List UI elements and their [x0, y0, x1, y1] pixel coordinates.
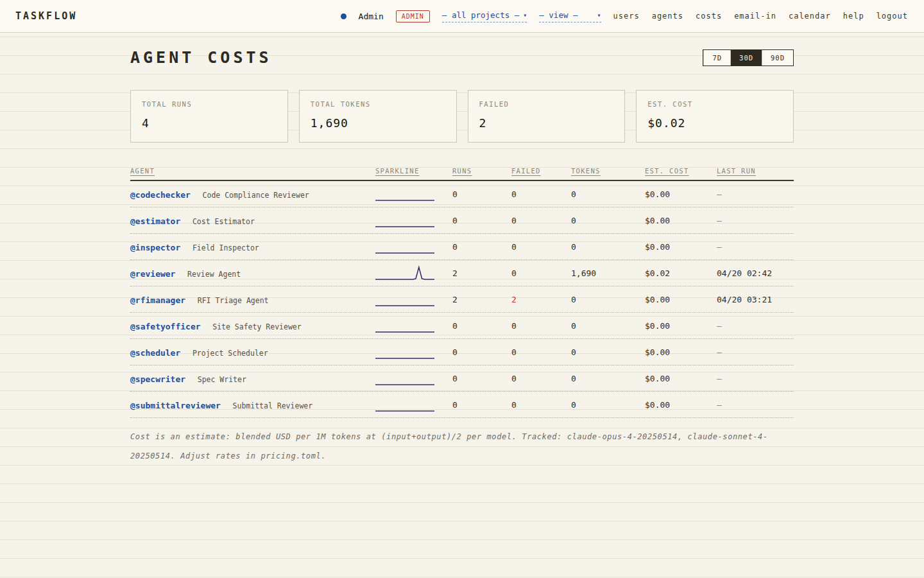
failed-value: 0 [511, 347, 571, 357]
agent-description: Review Agent [187, 270, 241, 279]
agent-cell: @submittalreviewer Submittal Reviewer [130, 399, 375, 411]
user-name: Admin [359, 12, 384, 21]
last-run-value: — [717, 347, 794, 357]
range-button-90d[interactable]: 90D [762, 50, 793, 66]
stat-label: TOTAL TOKENS [311, 100, 445, 108]
admin-role-badge: ADMIN [396, 10, 430, 22]
sparkline-chart [375, 212, 452, 229]
last-run-value: — [717, 216, 794, 225]
agent-description: Project Scheduler [193, 349, 268, 358]
tokens-value: 0 [571, 189, 645, 199]
chevron-down-icon: ▾ [597, 12, 601, 19]
range-button-7d[interactable]: 7D [703, 50, 730, 66]
agent-costs-table: AGENT SPARKLINE RUNS FAILED TOKENS EST. … [130, 161, 794, 418]
agent-handle-link-rfimanager[interactable]: @rfimanager [130, 295, 185, 305]
agent-handle-link-codechecker[interactable]: @codechecker [130, 190, 191, 200]
page-title: AGENT COSTS [130, 48, 272, 67]
nav-link-users[interactable]: users [613, 12, 640, 21]
column-header-failed: FAILED [511, 167, 571, 175]
tokens-value: 0 [571, 216, 645, 225]
sparkline-chart [375, 238, 452, 255]
stat-value: 2 [479, 116, 614, 130]
table-row: @safetyofficer Site Safety Reviewer 0 0 … [130, 313, 794, 339]
view-dropdown-label: — view — [539, 10, 578, 20]
failed-value: 0 [511, 268, 571, 278]
agent-description: Field Inspector [193, 243, 259, 252]
agent-cell: @rfimanager RFI Triage Agent [130, 293, 375, 306]
stat-card-est-cost: EST. COST $0.02 [636, 90, 794, 143]
cost-value: $0.00 [645, 400, 717, 410]
runs-value: 0 [452, 242, 511, 252]
table-row: @specwriter Spec Writer 0 0 0 $0.00 — [130, 365, 794, 392]
last-run-value: 04/20 02:42 [717, 268, 794, 278]
last-run-value: — [717, 189, 794, 199]
agent-cell: @inspector Field Inspector [130, 241, 375, 253]
nav-link-costs[interactable]: costs [696, 12, 722, 21]
runs-value: 0 [452, 374, 511, 383]
range-button-30d[interactable]: 30D [730, 50, 762, 66]
agent-description: Code Compliance Reviewer [203, 191, 309, 200]
last-run-value: — [717, 321, 794, 331]
stat-cards: TOTAL RUNS 4 TOTAL TOKENS 1,690 FAILED 2… [130, 90, 794, 143]
agent-handle-link-reviewer[interactable]: @reviewer [130, 269, 175, 279]
sparkline-chart [375, 317, 452, 334]
column-header-runs: RUNS [452, 167, 511, 175]
agent-handle-link-scheduler[interactable]: @scheduler [130, 348, 180, 358]
project-dropdown[interactable]: — all projects — ▾ [442, 10, 527, 22]
stat-value: $0.02 [647, 116, 782, 130]
range-toggle: 7D 30D 90D [703, 49, 794, 66]
project-dropdown-label: — all projects — [442, 10, 519, 20]
failed-value: 2 [511, 295, 571, 304]
agent-cell: @specwriter Spec Writer [130, 372, 375, 385]
agent-description: RFI Triage Agent [198, 296, 269, 305]
column-header-last-run: LAST RUN [717, 167, 794, 175]
tokens-value: 0 [571, 321, 645, 331]
agent-handle-link-inspector[interactable]: @inspector [130, 243, 180, 252]
nav-link-help[interactable]: help [843, 12, 864, 21]
nav-link-logout[interactable]: logout [877, 12, 908, 21]
nav-link-email-in[interactable]: email-in [734, 12, 776, 21]
agent-cell: @estimator Cost Estimator [130, 215, 375, 227]
sparkline-chart [375, 344, 452, 360]
top-bar-right: Admin ADMIN — all projects — ▾ — view — … [341, 10, 908, 22]
last-run-value: — [717, 242, 794, 252]
agent-handle-link-safetyofficer[interactable]: @safetyofficer [130, 322, 201, 331]
failed-value: 0 [511, 216, 571, 225]
brand-logo: TASKFLOW [15, 10, 77, 22]
failed-value: 0 [511, 400, 571, 410]
table-row: @estimator Cost Estimator 0 0 0 $0.00 — [130, 207, 794, 234]
runs-value: 2 [452, 268, 511, 278]
agent-description: Cost Estimator [193, 217, 255, 226]
table-header-row: AGENT SPARKLINE RUNS FAILED TOKENS EST. … [130, 161, 794, 181]
runs-value: 0 [452, 321, 511, 331]
column-header-sparkline: SPARKLINE [375, 167, 452, 175]
stat-value: 1,690 [311, 116, 445, 130]
sparkline-chart [375, 396, 452, 413]
agent-handle-link-submittalreviewer[interactable]: @submittalreviewer [130, 401, 221, 410]
tokens-value: 1,690 [571, 268, 645, 278]
agent-handle-link-estimator[interactable]: @estimator [130, 216, 180, 226]
cost-value: $0.02 [645, 268, 717, 278]
cost-footnote: Cost is an estimate: blended USD per 1M … [130, 427, 778, 466]
agent-handle-link-specwriter[interactable]: @specwriter [130, 374, 185, 384]
agent-cell: @scheduler Project Scheduler [130, 346, 375, 358]
nav-link-calendar[interactable]: calendar [789, 12, 831, 21]
cost-value: $0.00 [645, 216, 717, 225]
nav-link-agents[interactable]: agents [652, 12, 683, 21]
tokens-value: 0 [571, 295, 645, 304]
table-body: @codechecker Code Compliance Reviewer 0 … [130, 181, 794, 418]
cost-value: $0.00 [645, 347, 717, 357]
view-dropdown[interactable]: — view — ▾ [539, 10, 601, 22]
stat-card-total-tokens: TOTAL TOKENS 1,690 [299, 90, 457, 143]
agent-description: Site Safety Reviewer [212, 322, 301, 331]
main-nav: users agents costs email-in calendar hel… [613, 12, 908, 21]
last-run-value: 04/20 03:21 [717, 295, 794, 304]
agent-cell: @reviewer Review Agent [130, 267, 375, 279]
runs-value: 2 [452, 295, 511, 304]
stat-label: TOTAL RUNS [142, 100, 277, 108]
cost-value: $0.00 [645, 321, 717, 331]
stat-label: EST. COST [647, 100, 782, 108]
agent-description: Spec Writer [198, 375, 246, 384]
column-header-est-cost: EST. COST [645, 167, 717, 175]
agent-cell: @safetyofficer Site Safety Reviewer [130, 320, 375, 332]
